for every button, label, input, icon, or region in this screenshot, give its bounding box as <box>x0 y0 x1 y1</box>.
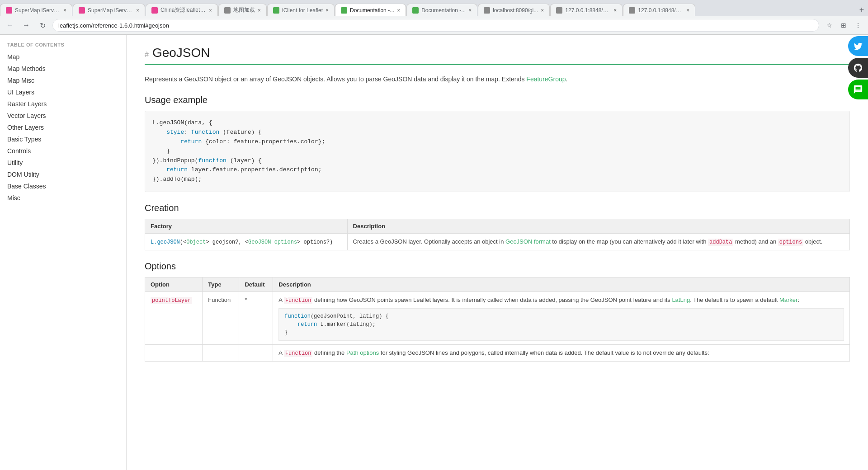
creation-table: Factory Description L.geoJSON(<Object> g… <box>145 219 850 250</box>
tab-close-button[interactable]: × <box>613 7 617 14</box>
option-description-cell: A Function defining how GeoJSON points s… <box>273 291 850 344</box>
browser-tab-t2[interactable]: SuperMap iServer... × <box>73 4 145 16</box>
nested-code-pointtolayer: function(geoJsonPoint, latlng) { return … <box>278 308 844 341</box>
table-row: L.geoJSON(<Object> geojson?, <GeoJSON op… <box>145 233 850 250</box>
sidebar-item-ui-layers[interactable]: UI Layers <box>0 86 126 98</box>
table-row: A Function defining the Path options for… <box>145 344 850 361</box>
menu-button[interactable]: ⋮ <box>852 19 864 32</box>
tab-favicon <box>341 7 347 14</box>
factory-params: (<Object> geojson?, <GeoJSON options> op… <box>180 239 333 245</box>
tab-close-button[interactable]: × <box>326 7 329 14</box>
sidebar-item-map[interactable]: Map <box>0 51 126 63</box>
tab-label: SuperMap iServer... <box>88 7 133 14</box>
tab-close-button[interactable]: × <box>686 7 689 14</box>
tab-close-button[interactable]: × <box>63 7 66 14</box>
page-layout: TABLE OF CONTENTS MapMap MethodsMap Misc… <box>0 35 868 470</box>
description-text-1: Represents a GeoJSON object or an array … <box>145 75 526 83</box>
factory-code: L.geoJSON(<Object> geojson?, <GeoJSON op… <box>151 239 333 245</box>
add-data-code: addData <box>708 239 733 246</box>
sidebar-item-dom-utility[interactable]: DOM Utility <box>0 169 126 180</box>
options-col-description: Description <box>273 277 850 291</box>
sidebar-item-map-misc[interactable]: Map Misc <box>0 75 126 86</box>
tab-label: localhost:8090/gi... <box>493 7 538 14</box>
option-name-cell-style <box>145 344 203 361</box>
tab-favicon <box>6 7 12 14</box>
sidebar-item-vector-layers[interactable]: Vector Layers <box>0 110 126 122</box>
forward-button[interactable]: → <box>20 19 33 32</box>
tab-close-button[interactable]: × <box>397 7 400 14</box>
sidebar-item-other-layers[interactable]: Other Layers <box>0 122 126 133</box>
option-type-function: Function <box>208 296 231 303</box>
back-button[interactable]: ← <box>4 19 16 32</box>
twitter-button[interactable] <box>848 36 868 56</box>
option-description-cell-style: A Function defining the Path options for… <box>273 344 850 361</box>
marker-link[interactable]: Marker <box>779 296 797 303</box>
description-cell: Creates a GeoJSON layer. Optionally acce… <box>347 233 849 250</box>
extensions-button[interactable]: ⊞ <box>837 19 850 32</box>
geojson-format-link[interactable]: GeoJSON format <box>505 238 551 245</box>
anchor-icon[interactable]: # <box>145 51 149 59</box>
sidebar-item-raster-layers[interactable]: Raster Layers <box>0 98 126 110</box>
object-link[interactable]: Object <box>186 239 206 245</box>
tab-label: 127.0.0.1:8848/gi... <box>565 7 611 14</box>
tab-label: iClient for Leaflet <box>282 7 323 14</box>
browser-tab-t6[interactable]: Documentation -... × <box>335 4 406 16</box>
reload-button[interactable]: ↻ <box>36 19 49 32</box>
sidebar-title: TABLE OF CONTENTS <box>0 42 126 51</box>
tab-favicon <box>412 7 419 14</box>
tab-close-button[interactable]: × <box>541 7 544 14</box>
sidebar-item-controls[interactable]: Controls <box>0 145 126 157</box>
factory-cell: L.geoJSON(<Object> geojson?, <GeoJSON op… <box>145 233 348 250</box>
description: Represents a GeoJSON object or an array … <box>145 74 850 84</box>
tab-close-button[interactable]: × <box>258 7 261 14</box>
sidebar-item-utility[interactable]: Utility <box>0 157 126 169</box>
option-name-cell: pointToLayer <box>145 291 203 344</box>
address-input[interactable] <box>52 19 819 32</box>
sidebar-item-basic-types[interactable]: Basic Types <box>0 133 126 145</box>
tab-label: Documentation -... <box>350 7 394 14</box>
tab-close-button[interactable]: × <box>468 7 472 14</box>
geojson-options-link[interactable]: GeoJSON options <box>248 239 297 245</box>
browser-tab-t10[interactable]: 127.0.0.1:8848/gi... × <box>623 4 695 16</box>
creation-col-description: Description <box>347 219 849 233</box>
browser-tab-t7[interactable]: Documentation -... × <box>406 4 477 16</box>
browser-tab-t1[interactable]: SuperMap iServer... × <box>0 4 72 16</box>
options-col-default: Default <box>239 277 273 291</box>
options-col-option: Option <box>145 277 203 291</box>
main-content: # GeoJSON Represents a GeoJSON object or… <box>127 35 868 470</box>
sidebar-item-misc[interactable]: Misc <box>0 192 126 204</box>
description-text-2: . <box>566 75 568 83</box>
table-row: pointToLayer Function * A Function defin… <box>145 291 850 344</box>
twitter-icon <box>853 41 863 51</box>
option-default-cell-style <box>239 344 273 361</box>
new-tab-button[interactable]: + <box>855 4 868 16</box>
path-options-link[interactable]: Path options <box>346 349 379 356</box>
tab-label: 地图加载 <box>233 6 255 14</box>
tab-favicon <box>79 7 85 14</box>
github-button[interactable] <box>848 58 868 78</box>
browser-tab-t3[interactable]: China资源leaflet层... × <box>146 4 218 16</box>
tab-favicon <box>273 7 279 14</box>
browser-tab-t5[interactable]: iClient for Leaflet × <box>267 4 335 16</box>
tab-close-button[interactable]: × <box>209 7 212 14</box>
option-type-cell-style <box>203 344 239 361</box>
sidebar-item-map-methods[interactable]: Map Methods <box>0 63 126 75</box>
section-heading-usage: Usage example <box>145 95 850 105</box>
chat-button[interactable] <box>848 80 868 99</box>
browser-tab-t9[interactable]: 127.0.0.1:8848/gi... × <box>550 4 623 16</box>
toolbar-icons: ☆ ⊞ ⋮ <box>823 19 864 32</box>
option-type-cell: Function <box>203 291 239 344</box>
tab-close-button[interactable]: × <box>136 7 139 14</box>
browser-tab-t4[interactable]: 地图加载 × <box>218 4 267 16</box>
feature-group-link[interactable]: FeatureGroup <box>526 75 566 83</box>
bookmark-button[interactable]: ☆ <box>823 19 835 32</box>
sidebar-item-base-classes[interactable]: Base Classes <box>0 180 126 192</box>
tab-label: China资源leaflet层... <box>160 6 206 14</box>
tab-favicon <box>556 7 562 14</box>
section-heading-options: Options <box>145 261 850 272</box>
latlng-link[interactable]: LatLng <box>672 296 690 303</box>
browser-chrome: SuperMap iServer... × SuperMap iServer..… <box>0 0 868 35</box>
address-bar-row: ← → ↻ ☆ ⊞ ⋮ <box>0 16 868 34</box>
options-code: options <box>778 239 803 246</box>
browser-tab-t8[interactable]: localhost:8090/gi... × <box>478 4 550 16</box>
